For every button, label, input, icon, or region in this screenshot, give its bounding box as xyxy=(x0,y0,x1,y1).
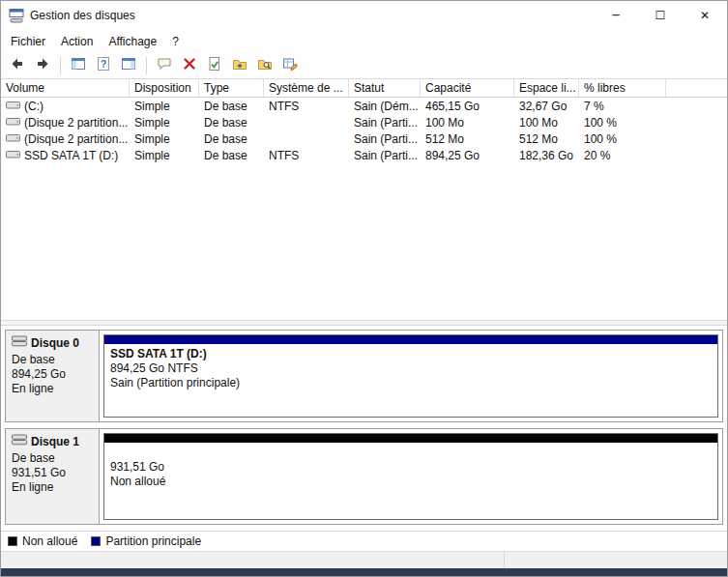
disk-0-info[interactable]: Disque 0 De base 894,25 Go En ligne xyxy=(6,331,100,421)
cell-statut: Sain (Parti... xyxy=(349,132,421,146)
speech-bubble-button[interactable] xyxy=(153,54,176,77)
volume-row-disque2-part2[interactable]: (Disque 2 partition... Simple De base Sa… xyxy=(1,130,727,147)
document-check-button[interactable] xyxy=(203,54,226,77)
disk-size: 894,25 Go xyxy=(12,367,95,382)
volume-row-c[interactable]: (C:) Simple De base NTFS Sain (Dém... 46… xyxy=(1,98,727,114)
statusbar-divider xyxy=(504,552,505,568)
status-bar xyxy=(1,551,727,568)
disk-type: De base xyxy=(12,353,95,367)
disk-status: En ligne xyxy=(12,382,95,396)
cell-libres: 7 % xyxy=(579,100,666,113)
toolbar-separator xyxy=(60,57,61,74)
partition-color-strip xyxy=(104,434,717,443)
menu-bar: Fichier Action Affichage ? xyxy=(1,30,727,52)
volume-table-header: Volume Disposition Type Système de ... S… xyxy=(1,79,727,98)
volume-size-fs: 894,25 Go NTFS xyxy=(110,361,717,376)
speech-bubble-icon xyxy=(157,56,172,74)
disk-size: 931,51 Go xyxy=(12,466,95,480)
help-button[interactable]: ? xyxy=(92,54,115,77)
drive-icon xyxy=(6,116,20,130)
maximize-button[interactable]: ☐ xyxy=(638,1,683,30)
drive-icon xyxy=(6,100,20,113)
title-bar[interactable]: Gestion des disques ─ ☐ ✕ xyxy=(1,1,727,30)
window-bottom-edge xyxy=(1,568,727,576)
close-button[interactable]: ✕ xyxy=(683,1,727,30)
cell-espace: 512 Mo xyxy=(514,132,579,146)
column-header-volume[interactable]: Volume xyxy=(1,79,130,97)
app-icon xyxy=(9,8,24,23)
delete-button[interactable] xyxy=(178,54,201,77)
column-header-type[interactable]: Type xyxy=(199,79,264,97)
volume-name: (Disque 2 partition... xyxy=(24,132,128,146)
volume-name: (Disque 2 partition... xyxy=(24,116,128,130)
forward-button[interactable] xyxy=(31,54,54,77)
cell-libres: 100 % xyxy=(579,132,666,146)
volume-details: 931,51 Go Non alloué xyxy=(104,443,717,489)
menu-item-affichage[interactable]: Affichage xyxy=(101,32,164,51)
cell-capacite: 512 Mo xyxy=(421,132,514,146)
cell-espace: 100 Mo xyxy=(514,116,579,130)
cell-statut: Sain (Parti... xyxy=(349,149,421,162)
menu-item-action[interactable]: Action xyxy=(53,32,101,51)
column-header-pct-libres[interactable]: % libres xyxy=(579,79,666,97)
column-header-statut[interactable]: Statut xyxy=(349,79,421,97)
column-header-espace-libre[interactable]: Espace li... xyxy=(514,79,579,97)
disk-1-volumes: 931,51 Go Non alloué xyxy=(100,429,722,524)
svg-text:?: ? xyxy=(101,59,106,70)
cell-type: De base xyxy=(199,100,264,113)
cell-disposition: Simple xyxy=(130,132,199,146)
folder-up-button[interactable] xyxy=(228,54,251,77)
console-tree-icon xyxy=(71,56,86,74)
toolbar: ? xyxy=(1,52,727,79)
show-console-tree-button[interactable] xyxy=(67,54,90,77)
cell-libres: 100 % xyxy=(579,116,666,130)
disk-type: De base xyxy=(12,451,95,466)
table-edit-icon xyxy=(282,56,298,74)
menu-item-fichier[interactable]: Fichier xyxy=(3,32,53,51)
volume-row-disque2-part1[interactable]: (Disque 2 partition... Simple De base Sa… xyxy=(1,114,727,130)
disk-0-volume-box[interactable]: SSD SATA 1T (D:) 894,25 Go NTFS Sain (Pa… xyxy=(103,334,718,418)
show-action-pane-button[interactable] xyxy=(117,54,140,77)
cell-espace: 32,67 Go xyxy=(514,100,579,113)
volume-name: (C:) xyxy=(24,100,44,113)
cell-disposition: Simple xyxy=(130,149,199,162)
red-x-icon xyxy=(182,56,197,74)
folder-up-icon xyxy=(232,56,248,74)
disk-icon xyxy=(12,335,27,351)
cell-statut: Sain (Parti... xyxy=(349,116,421,130)
volume-row-ssd-d[interactable]: SSD SATA 1T (D:) Simple De base NTFS Sai… xyxy=(1,147,727,163)
column-header-disposition[interactable]: Disposition xyxy=(130,79,199,97)
cell-capacite: 100 Mo xyxy=(421,116,514,130)
document-check-icon xyxy=(207,56,222,74)
volume-details: SSD SATA 1T (D:) 894,25 Go NTFS Sain (Pa… xyxy=(104,344,717,390)
disk-name: Disque 1 xyxy=(31,435,79,449)
volume-size-fs: 931,51 Go xyxy=(110,460,717,475)
minimize-button[interactable]: ─ xyxy=(594,1,638,30)
column-header-systeme[interactable]: Système de ... xyxy=(264,79,349,97)
unallocated-swatch xyxy=(8,536,17,546)
legend-bar: Non alloué Partition principale xyxy=(1,531,727,551)
cell-disposition: Simple xyxy=(130,116,199,130)
cell-type: De base xyxy=(199,132,264,146)
toolbar-separator xyxy=(146,57,147,74)
menu-item-help[interactable]: ? xyxy=(164,32,187,51)
folder-search-button[interactable] xyxy=(253,54,277,77)
back-button[interactable] xyxy=(6,54,29,77)
legend-item-unallocated: Non alloué xyxy=(8,534,77,548)
volume-title: SSD SATA 1T (D:) xyxy=(110,347,717,361)
folder-search-icon xyxy=(257,56,273,74)
disk-1-volume-box[interactable]: 931,51 Go Non alloué xyxy=(103,433,718,520)
disk-management-window: Gestion des disques ─ ☐ ✕ Fichier Action… xyxy=(0,0,728,577)
cell-type: De base xyxy=(199,116,264,130)
column-header-filler xyxy=(666,79,727,97)
back-icon xyxy=(10,56,25,74)
table-edit-button[interactable] xyxy=(278,54,302,77)
action-pane-icon xyxy=(121,56,136,74)
drive-icon xyxy=(6,132,20,146)
legend-item-primary-partition: Partition principale xyxy=(91,534,201,548)
disk-1-info[interactable]: Disque 1 De base 931,51 Go En ligne xyxy=(6,429,100,524)
cell-capacite: 465,15 Go xyxy=(421,100,514,113)
legend-label: Partition principale xyxy=(105,534,201,548)
column-header-capacite[interactable]: Capacité xyxy=(421,79,514,97)
volume-title xyxy=(110,446,717,460)
